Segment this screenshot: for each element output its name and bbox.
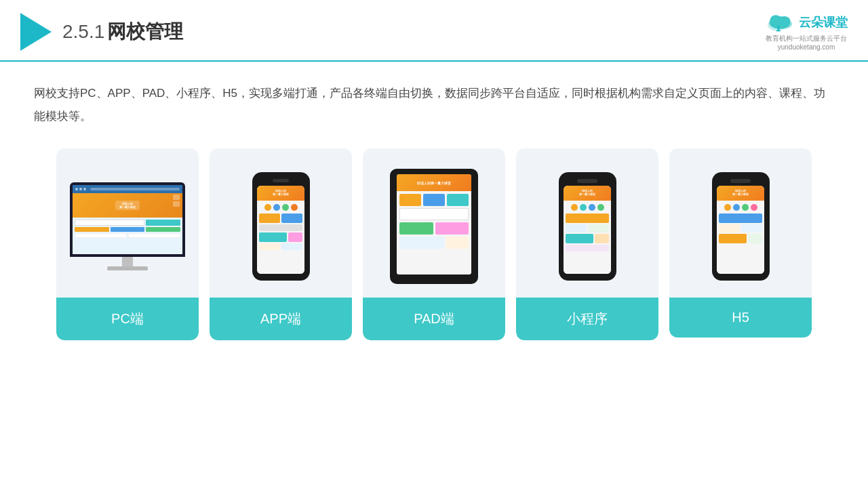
h5-phone: 职适人的第一量力课堂 bbox=[712, 172, 770, 281]
main-content: 网校支持PC、APP、PAD、小程序、H5，实现多端打通，产品各终端自由切换，数… bbox=[0, 62, 868, 354]
card-pc: 职适人的第一量力课堂 bbox=[56, 148, 199, 340]
cards-container: 职适人的第一量力课堂 bbox=[34, 148, 834, 340]
description-text: 网校支持PC、APP、PAD、小程序、H5，实现多端打通，产品各终端自由切换，数… bbox=[34, 82, 834, 128]
card-image-pad: 职适人的第一量力课堂 bbox=[363, 148, 505, 298]
card-h5: 职适人的第一量力课堂 bbox=[669, 148, 812, 338]
card-label-pad: PAD端 bbox=[363, 298, 505, 340]
cloud-icon bbox=[765, 12, 795, 33]
app-phone: 职适人的第一量力课堂 bbox=[252, 172, 310, 281]
card-label-h5: H5 bbox=[669, 298, 812, 338]
card-image-app: 职适人的第一量力课堂 bbox=[210, 148, 352, 298]
card-image-h5: 职适人的第一量力课堂 bbox=[669, 148, 812, 298]
header-left: 2.5.1网校管理 bbox=[20, 13, 183, 51]
card-label-app: APP端 bbox=[210, 298, 352, 340]
page-title: 2.5.1网校管理 bbox=[62, 19, 183, 45]
card-image-miniprogram: 职适人的第一量力课堂 bbox=[516, 148, 658, 298]
brand-name: 云朵课堂 bbox=[799, 14, 848, 30]
header: 2.5.1网校管理 云朵课堂 教育机构一站式服务云平台yunduoketang.… bbox=[0, 0, 868, 62]
pad-device: 职适人的第一量力课堂 bbox=[390, 169, 478, 284]
card-image-pc: 职适人的第一量力课堂 bbox=[56, 148, 199, 298]
brand-logo-area: 云朵课堂 教育机构一站式服务云平台yunduoketang.com bbox=[765, 12, 848, 51]
miniprogram-phone: 职适人的第一量力课堂 bbox=[559, 172, 616, 281]
brand-tagline: 教育机构一站式服务云平台yunduoketang.com bbox=[766, 34, 847, 51]
card-app: 职适人的第一量力课堂 bbox=[210, 148, 352, 340]
card-label-pc: PC端 bbox=[56, 298, 199, 340]
brand-logo: 云朵课堂 bbox=[765, 12, 848, 33]
logo-triangle-icon bbox=[20, 13, 52, 51]
pc-monitor: 职适人的第一量力课堂 bbox=[70, 182, 185, 270]
svg-point-4 bbox=[778, 16, 790, 26]
card-label-miniprogram: 小程序 bbox=[516, 298, 658, 340]
svg-rect-5 bbox=[778, 26, 780, 31]
card-pad: 职适人的第一量力课堂 bbox=[363, 148, 505, 340]
card-miniprogram: 职适人的第一量力课堂 bbox=[516, 148, 658, 340]
